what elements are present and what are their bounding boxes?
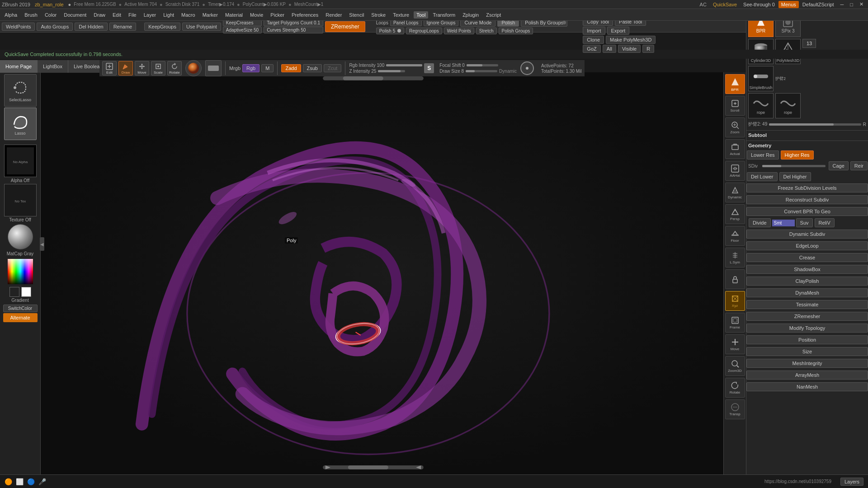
dynamic-subdiv-btn[interactable]: Dynamic Subdiv (746, 230, 868, 239)
file-menu[interactable]: File (126, 11, 139, 19)
adaptive-size-btn[interactable]: AdaptiveSize 50 (223, 27, 262, 33)
lightbox-tab[interactable]: LightBox (38, 60, 68, 73)
keep-groups-btn[interactable]: KeepGroups (144, 23, 180, 31)
edge-loop-btn[interactable]: EdgeLoop (746, 241, 868, 250)
close-btn[interactable]: ✕ (857, 1, 866, 7)
reconstruct-subdiv-btn[interactable]: Reconstruct Subdiv (746, 195, 868, 204)
actual-btn[interactable]: Actual (725, 139, 745, 159)
array-mesh-btn[interactable]: ArrayMesh (746, 371, 868, 380)
canvas-viewport[interactable]: Poly (41, 72, 746, 474)
mesh-integrity-btn[interactable]: MeshIntegrity (746, 359, 868, 368)
zoom3d-btn[interactable]: Zoom3D (725, 356, 745, 376)
alternate-btn[interactable]: Alternate (3, 313, 38, 322)
floor-btn[interactable]: Floor (725, 226, 745, 246)
collapse-left-btn[interactable]: ◀ (40, 237, 44, 251)
rotate-btn[interactable]: Rotate (167, 61, 182, 75)
export-btn[interactable]: Export (607, 27, 630, 35)
home-page-tab[interactable]: Home Page (0, 60, 38, 73)
switch-color-btn[interactable]: SwitchColor (3, 305, 38, 312)
brush-menu[interactable]: Brush (22, 11, 40, 19)
quicksave-btn[interactable]: QuickSave (710, 1, 740, 8)
transform-menu[interactable]: Transform (430, 11, 458, 19)
zplugin-menu[interactable]: Zplugin (460, 11, 481, 19)
weld-points-btn2[interactable]: Weld Points (444, 28, 474, 34)
zcut-btn[interactable]: Zcut (324, 64, 341, 72)
zremesher-btn[interactable]: ZRemesher (325, 21, 365, 32)
zscript-menu[interactable]: Zscript (483, 11, 504, 19)
rotate3d-btn[interactable]: Rotate (725, 378, 745, 398)
macro-menu[interactable]: Macro (179, 11, 198, 19)
reir-btn[interactable]: Reir (850, 161, 868, 170)
stretch-btn[interactable]: Stretch (476, 28, 497, 34)
edit-menu[interactable]: Edit (110, 11, 124, 19)
background-color[interactable] (21, 287, 31, 297)
del-higher-btn[interactable]: Del Higher (779, 172, 811, 181)
move-btn[interactable]: Move (135, 61, 149, 75)
import-btn[interactable]: Import (583, 27, 605, 35)
simple-brush-thumb[interactable]: SimpleBrush (748, 66, 774, 91)
dynamic-btn[interactable]: Dynamic (725, 183, 745, 202)
smt-input[interactable] (772, 220, 795, 226)
color-menu[interactable]: Color (42, 11, 59, 19)
all-btn[interactable]: All (603, 45, 616, 53)
rope-thumb-1[interactable]: rope (748, 93, 774, 118)
del-lower-btn[interactable]: Del Lower (747, 172, 778, 181)
texture-preview[interactable]: No Tex (4, 184, 37, 216)
lower-res-btn[interactable]: Lower Res (747, 150, 779, 160)
tool-menu[interactable]: Tool (414, 11, 428, 19)
clone-btn[interactable]: Clone (583, 36, 604, 44)
crease-btn[interactable]: Crease (746, 253, 868, 262)
stroke-menu[interactable]: Stroke (368, 11, 388, 19)
move3d-btn[interactable]: Move (725, 334, 745, 354)
xyz-btn[interactable]: Xyz (725, 291, 745, 311)
cage-btn[interactable]: Cage (829, 161, 849, 170)
layers-btn[interactable]: Layers (840, 478, 863, 486)
rgb-btn[interactable]: Rgb (242, 64, 259, 72)
brush-sphere-btn[interactable] (185, 60, 202, 76)
frame-btn[interactable]: Frame (725, 313, 745, 333)
lasso-tool[interactable]: Lasso (4, 108, 37, 140)
edit-btn[interactable]: Edit (102, 61, 117, 75)
min-btn[interactable]: ─ (838, 2, 847, 7)
ac-btn[interactable]: AC (697, 1, 709, 8)
nan-mesh-btn[interactable]: NanMesh (746, 382, 868, 391)
lsym-btn[interactable]: L.Sym (725, 248, 745, 267)
use-polypaint-btn[interactable]: Use Polypaint (182, 23, 221, 31)
freeze-subdiv-btn[interactable]: Freeze SubDivision Levels (746, 183, 868, 192)
auto-groups-btn[interactable]: Auto Groups (37, 23, 73, 31)
lock-btn[interactable] (725, 269, 745, 289)
weld-points-btn[interactable]: WeldPoints (2, 23, 35, 31)
stencil-menu[interactable]: Stencil (346, 11, 367, 19)
polish-groups-btn[interactable]: Polish Groups (499, 28, 533, 34)
scale-btn[interactable]: Scale (151, 61, 165, 75)
curves-strength-btn[interactable]: Curves Strength 50 (264, 27, 323, 33)
select-lasso-tool[interactable]: SelectLasso (4, 74, 37, 107)
picker-menu[interactable]: Picker (268, 11, 287, 19)
shadow-box-btn[interactable]: ShadowBox (746, 265, 868, 274)
s-btn[interactable]: S (424, 63, 434, 73)
suv-btn[interactable]: Suv (796, 218, 813, 227)
default-zscript-btn[interactable]: DefaultZScript (800, 1, 837, 8)
z-remesher-btn[interactable]: ZRemesher (746, 312, 868, 321)
make-polymesh-btn[interactable]: Make PolyMesh3D (606, 36, 656, 44)
del-hidden-btn[interactable]: Del Hidden (75, 23, 107, 31)
alpha-preview[interactable]: No Alpha (4, 145, 37, 177)
dyna-mesh-btn[interactable]: DynaMesh (746, 288, 868, 297)
zoom-btn[interactable]: Zoom (725, 117, 745, 137)
tessimate-btn[interactable]: Tessimate (746, 300, 868, 309)
modify-topology-btn[interactable]: Modify Topology (746, 324, 868, 333)
regroup-loops-btn[interactable]: RegroupLoops (406, 28, 442, 34)
matcap-preview[interactable] (8, 224, 33, 249)
scroll-btn[interactable]: Scroll (725, 96, 745, 116)
circle-control[interactable] (520, 61, 534, 75)
light-menu[interactable]: Light (160, 11, 177, 19)
document-menu[interactable]: Document (61, 11, 89, 19)
preferences-menu[interactable]: Preferences (289, 11, 321, 19)
layer-menu[interactable]: Layer (141, 11, 159, 19)
m-btn[interactable]: M (261, 64, 274, 72)
alpha-menu[interactable]: Alpha (2, 11, 20, 19)
r-btn[interactable]: R (642, 45, 654, 53)
see-through-btn[interactable]: See-through 0 (741, 1, 778, 8)
convert-bpr-btn[interactable]: Convert BPR To Geo (746, 207, 868, 216)
rope-thumb-2[interactable]: rope (775, 93, 801, 118)
